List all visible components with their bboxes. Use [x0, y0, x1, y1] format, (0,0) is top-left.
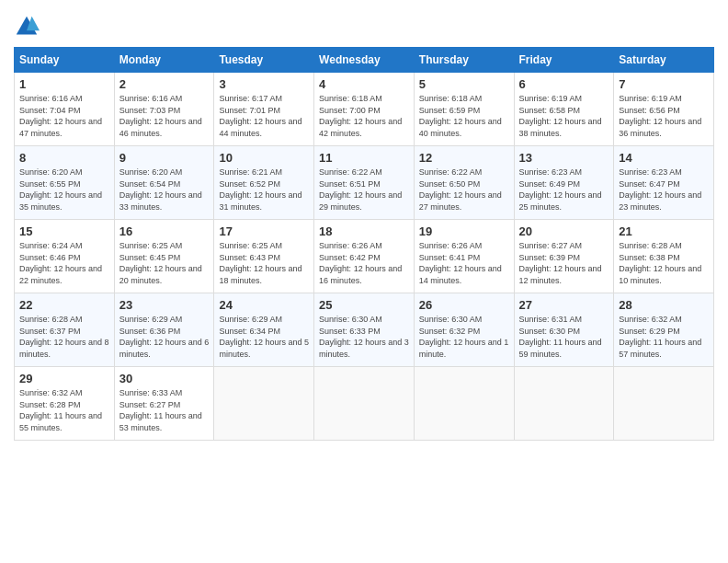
- logo: [14, 14, 43, 40]
- calendar-cell: 11 Sunrise: 6:22 AM Sunset: 6:51 PM Dayl…: [314, 146, 415, 220]
- day-number: 17: [219, 224, 309, 238]
- day-number: 9: [119, 151, 210, 165]
- calendar-week-4: 22 Sunrise: 6:28 AM Sunset: 6:37 PM Dayl…: [15, 293, 714, 367]
- calendar-cell: 25 Sunrise: 6:30 AM Sunset: 6:33 PM Dayl…: [314, 293, 415, 367]
- calendar-cell: [514, 367, 614, 441]
- day-info: Sunrise: 6:23 AM Sunset: 6:49 PM Dayligh…: [519, 167, 609, 213]
- calendar-cell: 19 Sunrise: 6:26 AM Sunset: 6:41 PM Dayl…: [414, 220, 514, 293]
- day-number: 30: [119, 372, 210, 385]
- calendar-cell: 9 Sunrise: 6:20 AM Sunset: 6:54 PM Dayli…: [114, 146, 214, 220]
- day-info: Sunrise: 6:23 AM Sunset: 6:47 PM Dayligh…: [619, 167, 709, 213]
- day-info: Sunrise: 6:31 AM Sunset: 6:30 PM Dayligh…: [519, 314, 609, 360]
- day-number: 1: [19, 77, 109, 91]
- day-info: Sunrise: 6:22 AM Sunset: 6:51 PM Dayligh…: [319, 167, 409, 213]
- day-info: Sunrise: 6:19 AM Sunset: 6:56 PM Dayligh…: [619, 93, 709, 139]
- day-number: 3: [219, 77, 309, 91]
- calendar-cell: 18 Sunrise: 6:26 AM Sunset: 6:42 PM Dayl…: [314, 220, 415, 293]
- day-info: Sunrise: 6:21 AM Sunset: 6:52 PM Dayligh…: [219, 167, 309, 213]
- day-number: 18: [319, 224, 409, 238]
- calendar-cell: 29 Sunrise: 6:32 AM Sunset: 6:28 PM Dayl…: [15, 367, 115, 441]
- day-info: Sunrise: 6:33 AM Sunset: 6:27 PM Dayligh…: [119, 387, 210, 433]
- calendar-cell: [614, 367, 714, 441]
- day-number: 6: [519, 77, 609, 91]
- header-sunday: Sunday: [15, 48, 115, 73]
- day-number: 13: [519, 151, 609, 165]
- day-info: Sunrise: 6:32 AM Sunset: 6:28 PM Dayligh…: [19, 387, 109, 433]
- day-number: 11: [319, 151, 409, 165]
- header-friday: Friday: [514, 48, 614, 73]
- logo-icon: [14, 14, 40, 40]
- day-number: 21: [619, 224, 709, 238]
- calendar-cell: [314, 367, 415, 441]
- day-info: Sunrise: 6:17 AM Sunset: 7:01 PM Dayligh…: [219, 93, 309, 139]
- calendar-cell: 26 Sunrise: 6:30 AM Sunset: 6:32 PM Dayl…: [414, 293, 514, 367]
- day-info: Sunrise: 6:22 AM Sunset: 6:50 PM Dayligh…: [419, 167, 509, 213]
- day-number: 2: [119, 77, 210, 91]
- day-info: Sunrise: 6:20 AM Sunset: 6:54 PM Dayligh…: [119, 167, 210, 213]
- day-info: Sunrise: 6:16 AM Sunset: 7:04 PM Dayligh…: [19, 93, 109, 139]
- calendar-cell: 10 Sunrise: 6:21 AM Sunset: 6:52 PM Dayl…: [214, 146, 314, 220]
- day-info: Sunrise: 6:25 AM Sunset: 6:45 PM Dayligh…: [119, 240, 210, 286]
- calendar-table: SundayMondayTuesdayWednesdayThursdayFrid…: [14, 47, 714, 441]
- day-number: 28: [619, 298, 709, 312]
- calendar-cell: 23 Sunrise: 6:29 AM Sunset: 6:36 PM Dayl…: [114, 293, 214, 367]
- calendar-week-2: 8 Sunrise: 6:20 AM Sunset: 6:55 PM Dayli…: [15, 146, 714, 220]
- calendar-cell: 6 Sunrise: 6:19 AM Sunset: 6:58 PM Dayli…: [514, 73, 614, 146]
- calendar-cell: 30 Sunrise: 6:33 AM Sunset: 6:27 PM Dayl…: [114, 367, 214, 441]
- calendar-cell: [214, 367, 314, 441]
- day-number: 14: [619, 151, 709, 165]
- day-info: Sunrise: 6:30 AM Sunset: 6:33 PM Dayligh…: [319, 314, 409, 360]
- calendar-cell: 4 Sunrise: 6:18 AM Sunset: 7:00 PM Dayli…: [314, 73, 415, 146]
- header-monday: Monday: [114, 48, 214, 73]
- calendar-cell: 28 Sunrise: 6:32 AM Sunset: 6:29 PM Dayl…: [614, 293, 714, 367]
- day-info: Sunrise: 6:19 AM Sunset: 6:58 PM Dayligh…: [519, 93, 609, 139]
- header-tuesday: Tuesday: [214, 48, 314, 73]
- day-info: Sunrise: 6:29 AM Sunset: 6:34 PM Dayligh…: [219, 314, 309, 360]
- day-info: Sunrise: 6:26 AM Sunset: 6:41 PM Dayligh…: [419, 240, 509, 286]
- calendar-cell: [414, 367, 514, 441]
- day-number: 5: [419, 77, 509, 91]
- calendar-week-5: 29 Sunrise: 6:32 AM Sunset: 6:28 PM Dayl…: [15, 367, 714, 441]
- calendar-week-3: 15 Sunrise: 6:24 AM Sunset: 6:46 PM Dayl…: [15, 220, 714, 293]
- calendar-cell: 14 Sunrise: 6:23 AM Sunset: 6:47 PM Dayl…: [614, 146, 714, 220]
- day-info: Sunrise: 6:29 AM Sunset: 6:36 PM Dayligh…: [119, 314, 210, 360]
- day-number: 10: [219, 151, 309, 165]
- day-number: 19: [419, 224, 509, 238]
- calendar-cell: 7 Sunrise: 6:19 AM Sunset: 6:56 PM Dayli…: [614, 73, 714, 146]
- calendar-cell: 2 Sunrise: 6:16 AM Sunset: 7:03 PM Dayli…: [114, 73, 214, 146]
- calendar-cell: 16 Sunrise: 6:25 AM Sunset: 6:45 PM Dayl…: [114, 220, 214, 293]
- day-number: 4: [319, 77, 409, 91]
- day-info: Sunrise: 6:26 AM Sunset: 6:42 PM Dayligh…: [319, 240, 409, 286]
- day-info: Sunrise: 6:25 AM Sunset: 6:43 PM Dayligh…: [219, 240, 309, 286]
- calendar-header-row: SundayMondayTuesdayWednesdayThursdayFrid…: [15, 48, 714, 73]
- calendar-cell: 3 Sunrise: 6:17 AM Sunset: 7:01 PM Dayli…: [214, 73, 314, 146]
- day-number: 7: [619, 77, 709, 91]
- calendar-week-1: 1 Sunrise: 6:16 AM Sunset: 7:04 PM Dayli…: [15, 73, 714, 146]
- header-thursday: Thursday: [414, 48, 514, 73]
- calendar-cell: 20 Sunrise: 6:27 AM Sunset: 6:39 PM Dayl…: [514, 220, 614, 293]
- header-wednesday: Wednesday: [314, 48, 415, 73]
- calendar-cell: 27 Sunrise: 6:31 AM Sunset: 6:30 PM Dayl…: [514, 293, 614, 367]
- day-info: Sunrise: 6:30 AM Sunset: 6:32 PM Dayligh…: [419, 314, 509, 360]
- calendar-cell: 17 Sunrise: 6:25 AM Sunset: 6:43 PM Dayl…: [214, 220, 314, 293]
- day-number: 20: [519, 224, 609, 238]
- calendar-cell: 8 Sunrise: 6:20 AM Sunset: 6:55 PM Dayli…: [15, 146, 115, 220]
- day-info: Sunrise: 6:24 AM Sunset: 6:46 PM Dayligh…: [19, 240, 109, 286]
- day-info: Sunrise: 6:20 AM Sunset: 6:55 PM Dayligh…: [19, 167, 109, 213]
- calendar-cell: 22 Sunrise: 6:28 AM Sunset: 6:37 PM Dayl…: [15, 293, 115, 367]
- day-number: 8: [19, 151, 109, 165]
- day-number: 16: [119, 224, 210, 238]
- day-info: Sunrise: 6:16 AM Sunset: 7:03 PM Dayligh…: [119, 93, 210, 139]
- day-number: 24: [219, 298, 309, 312]
- day-number: 26: [419, 298, 509, 312]
- header-saturday: Saturday: [614, 48, 714, 73]
- day-number: 27: [519, 298, 609, 312]
- day-info: Sunrise: 6:27 AM Sunset: 6:39 PM Dayligh…: [519, 240, 609, 286]
- day-number: 29: [19, 372, 109, 385]
- day-info: Sunrise: 6:28 AM Sunset: 6:37 PM Dayligh…: [19, 314, 109, 360]
- day-info: Sunrise: 6:18 AM Sunset: 7:00 PM Dayligh…: [319, 93, 409, 139]
- calendar-cell: 12 Sunrise: 6:22 AM Sunset: 6:50 PM Dayl…: [414, 146, 514, 220]
- day-number: 12: [419, 151, 509, 165]
- calendar-cell: 1 Sunrise: 6:16 AM Sunset: 7:04 PM Dayli…: [15, 73, 115, 146]
- day-info: Sunrise: 6:32 AM Sunset: 6:29 PM Dayligh…: [619, 314, 709, 360]
